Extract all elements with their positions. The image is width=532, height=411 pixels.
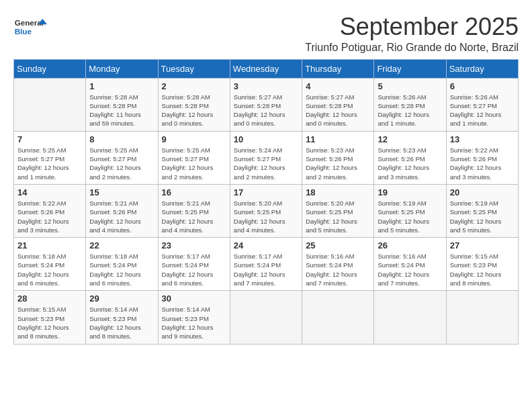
day-number: 18 <box>306 187 370 197</box>
day-number: 16 <box>162 187 226 197</box>
column-header-friday: Friday <box>374 59 446 78</box>
day-number: 3 <box>234 81 298 91</box>
calendar-cell: 17Sunrise: 5:20 AMSunset: 5:25 PMDayligh… <box>230 184 302 237</box>
calendar-cell <box>374 291 446 344</box>
day-number: 22 <box>89 240 154 250</box>
day-number: 19 <box>378 187 442 197</box>
column-header-monday: Monday <box>86 59 158 78</box>
day-info: Sunrise: 5:26 AMSunset: 5:28 PMDaylight:… <box>378 93 442 128</box>
calendar-cell: 18Sunrise: 5:20 AMSunset: 5:25 PMDayligh… <box>302 184 374 237</box>
calendar-cell: 6Sunrise: 5:26 AMSunset: 5:27 PMDaylight… <box>446 78 518 131</box>
calendar-cell: 21Sunrise: 5:18 AMSunset: 5:24 PMDayligh… <box>14 238 86 291</box>
column-header-sunday: Sunday <box>14 59 86 78</box>
day-info: Sunrise: 5:28 AMSunset: 5:28 PMDaylight:… <box>89 93 154 128</box>
calendar-table: SundayMondayTuesdayWednesdayThursdayFrid… <box>13 59 519 345</box>
day-number: 5 <box>378 81 442 91</box>
day-info: Sunrise: 5:19 AMSunset: 5:25 PMDaylight:… <box>450 199 515 234</box>
day-number: 25 <box>306 240 370 250</box>
day-info: Sunrise: 5:23 AMSunset: 5:26 PMDaylight:… <box>306 146 370 181</box>
day-number: 4 <box>306 81 370 91</box>
day-info: Sunrise: 5:27 AMSunset: 5:28 PMDaylight:… <box>234 93 298 128</box>
day-number: 20 <box>450 187 515 197</box>
day-number: 23 <box>162 240 226 250</box>
day-number: 8 <box>89 134 154 144</box>
day-info: Sunrise: 5:21 AMSunset: 5:25 PMDaylight:… <box>162 199 226 234</box>
calendar-cell: 7Sunrise: 5:25 AMSunset: 5:27 PMDaylight… <box>14 131 86 184</box>
day-number: 9 <box>162 134 226 144</box>
day-number: 17 <box>234 187 298 197</box>
day-info: Sunrise: 5:15 AMSunset: 5:23 PMDaylight:… <box>450 252 515 287</box>
svg-text:Blue: Blue <box>15 27 32 36</box>
month-title: September 2025 <box>305 13 519 40</box>
day-number: 14 <box>17 187 82 197</box>
day-info: Sunrise: 5:20 AMSunset: 5:25 PMDaylight:… <box>306 199 370 234</box>
calendar-cell: 2Sunrise: 5:28 AMSunset: 5:28 PMDaylight… <box>158 78 230 131</box>
calendar-cell: 22Sunrise: 5:18 AMSunset: 5:24 PMDayligh… <box>86 238 158 291</box>
calendar-cell: 26Sunrise: 5:16 AMSunset: 5:24 PMDayligh… <box>374 238 446 291</box>
day-number: 27 <box>450 240 515 250</box>
calendar-cell: 24Sunrise: 5:17 AMSunset: 5:24 PMDayligh… <box>230 238 302 291</box>
day-number: 28 <box>17 293 82 304</box>
calendar-week-row: 1Sunrise: 5:28 AMSunset: 5:28 PMDaylight… <box>14 78 519 131</box>
day-info: Sunrise: 5:19 AMSunset: 5:25 PMDaylight:… <box>378 199 442 234</box>
calendar-cell <box>230 291 302 344</box>
day-info: Sunrise: 5:14 AMSunset: 5:23 PMDaylight:… <box>89 305 154 340</box>
calendar-cell: 30Sunrise: 5:14 AMSunset: 5:23 PMDayligh… <box>158 291 230 344</box>
day-number: 13 <box>450 134 515 144</box>
day-info: Sunrise: 5:18 AMSunset: 5:24 PMDaylight:… <box>17 252 82 287</box>
calendar-cell: 9Sunrise: 5:25 AMSunset: 5:27 PMDaylight… <box>158 131 230 184</box>
calendar-cell: 28Sunrise: 5:15 AMSunset: 5:23 PMDayligh… <box>14 291 86 344</box>
page-header: General Blue September 2025 Triunfo Poti… <box>13 13 519 54</box>
calendar-cell: 12Sunrise: 5:23 AMSunset: 5:26 PMDayligh… <box>374 131 446 184</box>
day-number: 29 <box>89 293 154 304</box>
day-info: Sunrise: 5:24 AMSunset: 5:27 PMDaylight:… <box>234 146 298 181</box>
calendar-cell: 19Sunrise: 5:19 AMSunset: 5:25 PMDayligh… <box>374 184 446 237</box>
day-info: Sunrise: 5:18 AMSunset: 5:24 PMDaylight:… <box>89 252 154 287</box>
day-info: Sunrise: 5:26 AMSunset: 5:27 PMDaylight:… <box>450 93 515 128</box>
calendar-cell: 20Sunrise: 5:19 AMSunset: 5:25 PMDayligh… <box>446 184 518 237</box>
svg-text:General: General <box>15 18 44 27</box>
column-header-tuesday: Tuesday <box>158 59 230 78</box>
day-number: 24 <box>234 240 298 250</box>
title-section: September 2025 Triunfo Potiguar, Rio Gra… <box>305 13 519 54</box>
day-info: Sunrise: 5:22 AMSunset: 5:26 PMDaylight:… <box>17 199 82 234</box>
day-number: 1 <box>89 81 154 91</box>
calendar-cell: 13Sunrise: 5:22 AMSunset: 5:26 PMDayligh… <box>446 131 518 184</box>
calendar-cell: 15Sunrise: 5:21 AMSunset: 5:26 PMDayligh… <box>86 184 158 237</box>
calendar-cell: 8Sunrise: 5:25 AMSunset: 5:27 PMDaylight… <box>86 131 158 184</box>
day-info: Sunrise: 5:15 AMSunset: 5:23 PMDaylight:… <box>17 305 82 340</box>
day-number: 6 <box>450 81 515 91</box>
column-header-saturday: Saturday <box>446 59 518 78</box>
day-number: 7 <box>17 134 82 144</box>
day-info: Sunrise: 5:22 AMSunset: 5:26 PMDaylight:… <box>450 146 515 181</box>
day-info: Sunrise: 5:14 AMSunset: 5:23 PMDaylight:… <box>162 305 226 340</box>
day-info: Sunrise: 5:25 AMSunset: 5:27 PMDaylight:… <box>17 146 82 181</box>
calendar-week-row: 21Sunrise: 5:18 AMSunset: 5:24 PMDayligh… <box>14 238 519 291</box>
day-number: 26 <box>378 240 442 250</box>
calendar-cell <box>14 78 86 131</box>
day-info: Sunrise: 5:25 AMSunset: 5:27 PMDaylight:… <box>162 146 226 181</box>
day-number: 11 <box>306 134 370 144</box>
calendar-cell: 27Sunrise: 5:15 AMSunset: 5:23 PMDayligh… <box>446 238 518 291</box>
day-info: Sunrise: 5:20 AMSunset: 5:25 PMDaylight:… <box>234 199 298 234</box>
calendar-cell: 5Sunrise: 5:26 AMSunset: 5:28 PMDaylight… <box>374 78 446 131</box>
calendar-cell: 1Sunrise: 5:28 AMSunset: 5:28 PMDaylight… <box>86 78 158 131</box>
day-info: Sunrise: 5:25 AMSunset: 5:27 PMDaylight:… <box>89 146 154 181</box>
day-number: 21 <box>17 240 82 250</box>
column-header-wednesday: Wednesday <box>230 59 302 78</box>
day-number: 30 <box>162 293 226 304</box>
calendar-week-row: 14Sunrise: 5:22 AMSunset: 5:26 PMDayligh… <box>14 184 519 237</box>
day-info: Sunrise: 5:16 AMSunset: 5:24 PMDaylight:… <box>378 252 442 287</box>
day-number: 10 <box>234 134 298 144</box>
day-info: Sunrise: 5:23 AMSunset: 5:26 PMDaylight:… <box>378 146 442 181</box>
calendar-week-row: 7Sunrise: 5:25 AMSunset: 5:27 PMDaylight… <box>14 131 519 184</box>
logo: General Blue <box>13 13 50 40</box>
calendar-cell: 14Sunrise: 5:22 AMSunset: 5:26 PMDayligh… <box>14 184 86 237</box>
logo-icon: General Blue <box>13 13 47 40</box>
calendar-cell: 25Sunrise: 5:16 AMSunset: 5:24 PMDayligh… <box>302 238 374 291</box>
day-info: Sunrise: 5:21 AMSunset: 5:26 PMDaylight:… <box>89 199 154 234</box>
calendar-cell <box>446 291 518 344</box>
calendar-cell: 16Sunrise: 5:21 AMSunset: 5:25 PMDayligh… <box>158 184 230 237</box>
day-info: Sunrise: 5:28 AMSunset: 5:28 PMDaylight:… <box>162 93 226 128</box>
day-number: 2 <box>162 81 226 91</box>
